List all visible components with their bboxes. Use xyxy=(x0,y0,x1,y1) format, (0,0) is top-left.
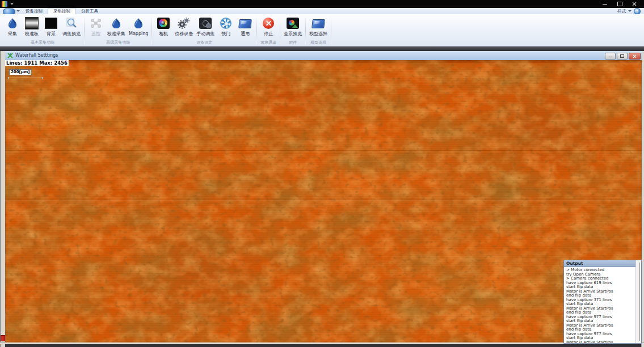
button-label: 校准板 xyxy=(25,31,39,36)
child-minimize-button[interactable] xyxy=(605,53,616,60)
tab-capture-control[interactable]: 采集控制 xyxy=(48,8,76,14)
titlebar-caret-icon[interactable] xyxy=(10,3,14,5)
panorama-preview-button[interactable]: 全景预览 xyxy=(282,15,304,37)
calibration-board-button[interactable]: 校准板 xyxy=(22,15,41,37)
mapping-button[interactable]: Mapping xyxy=(127,15,150,37)
button-label: 采集 xyxy=(8,31,17,36)
tab-analysis-tools[interactable]: 分析工具 xyxy=(76,8,103,14)
restore-button[interactable] xyxy=(612,0,627,8)
calibration-capture-button[interactable]: 校准采集 xyxy=(106,15,127,37)
child-restore-button[interactable] xyxy=(617,53,628,60)
waterfall-image-canvas[interactable]: Lines: 1911 Max: 2456 200[μm] xyxy=(5,60,642,342)
camera-lens-icon xyxy=(155,16,171,31)
button-label: 手动调焦 xyxy=(196,31,214,36)
output-panel: Output > Motor connectedtry Open Camera>… xyxy=(563,260,642,344)
close-button[interactable] xyxy=(627,0,642,8)
camera-button[interactable]: 相机 xyxy=(154,15,173,37)
ribbon-group-basic-capture: 采集 校准板 背景 调焦预览 基本采集功能 xyxy=(2,14,83,46)
output-scrollbar[interactable] xyxy=(635,260,641,343)
waterfall-window-titlebar[interactable]: WaterFall Setttings xyxy=(5,51,642,61)
style-menu[interactable]: 样式 xyxy=(617,9,626,14)
app-menu-caret-icon xyxy=(16,10,20,12)
stop-icon xyxy=(260,16,276,31)
stitch-seam xyxy=(5,150,642,151)
waterfall-window-title: WaterFall Setttings xyxy=(15,51,58,60)
scanline-overlay xyxy=(5,60,642,342)
tab-device-control[interactable]: 设备控制 xyxy=(20,8,48,14)
group-separator xyxy=(280,16,280,44)
background-button[interactable]: 背景 xyxy=(41,15,61,37)
button-label: 通用 xyxy=(241,31,250,36)
output-line: Motor is Arrive StartPos xyxy=(566,341,634,344)
ribbon-group-label: 模型选择 xyxy=(310,40,326,45)
gears-icon xyxy=(176,16,192,31)
button-label: 模型选择 xyxy=(309,31,327,36)
model-monitor-icon xyxy=(310,16,326,31)
minimize-icon xyxy=(609,57,612,57)
stitch-seam xyxy=(5,200,642,200)
waterfall-icon xyxy=(108,16,124,31)
capture-button[interactable]: 采集 xyxy=(3,15,22,37)
stage-device-button[interactable]: 位移设备 xyxy=(173,15,195,37)
scroll-position-marker xyxy=(1,335,5,341)
group-separator xyxy=(305,16,306,44)
app-titlebar[interactable] xyxy=(0,0,644,8)
help-button[interactable]: ? xyxy=(634,8,641,15)
minimize-button[interactable] xyxy=(597,0,612,8)
ribbon-group-advanced-capture: 遥控 校准采集 Mapping 高级采集功能 xyxy=(85,14,151,46)
waterfall-icon xyxy=(5,16,20,31)
close-icon xyxy=(633,54,637,58)
app-icon xyxy=(2,1,7,7)
application-window: 设备控制 采集控制 分析工具 样式 ? 采集 校准板 xyxy=(0,0,644,347)
remote-control-button[interactable]: 遥控 xyxy=(86,15,106,37)
model-select-button[interactable]: 模型选择 xyxy=(308,15,329,37)
shutter-icon xyxy=(218,16,234,31)
lines-info-label: Lines: 1911 Max: 2456 xyxy=(5,60,69,66)
group-separator xyxy=(331,16,331,44)
button-label: 相机 xyxy=(159,31,168,36)
child-close-button[interactable] xyxy=(629,53,641,60)
button-label: Mapping xyxy=(129,31,148,36)
focus-preview-button[interactable]: 调焦预览 xyxy=(61,15,82,37)
focus-icon xyxy=(197,16,213,31)
stop-button[interactable]: 停止 xyxy=(259,15,278,37)
waterfall-icon xyxy=(131,16,146,31)
black-board-icon xyxy=(43,16,59,31)
manual-focus-button[interactable]: 手动调焦 xyxy=(195,15,216,37)
ribbon-group-accessories: 全景预览 附件 xyxy=(281,14,305,46)
ribbon-group-label: 附件 xyxy=(289,40,297,45)
group-separator xyxy=(151,16,152,44)
ribbon-group-device-settings: 相机 位移设备 手动调焦 快门 通用 xyxy=(153,14,256,46)
scalebar-line xyxy=(8,78,43,78)
shutter-button[interactable]: 快门 xyxy=(216,15,235,37)
ribbon-group-label: 紧急退出 xyxy=(260,40,276,45)
button-label: 校准采集 xyxy=(107,31,125,36)
window-left-border xyxy=(0,51,5,347)
button-label: 遥控 xyxy=(91,31,100,36)
output-log: > Motor connectedtry Open Camera> Camera… xyxy=(564,267,641,343)
restore-icon xyxy=(617,2,622,6)
button-label: 位移设备 xyxy=(175,31,193,36)
mdi-area: WaterFall Setttings xyxy=(0,51,644,347)
panorama-icon xyxy=(285,16,301,31)
close-icon xyxy=(632,2,637,6)
scrollbar-thumb xyxy=(639,263,640,341)
group-separator xyxy=(256,16,257,44)
restore-icon xyxy=(620,54,624,58)
waterfall-window-icon xyxy=(7,53,13,58)
ribbon-group-label: 基本采集功能 xyxy=(31,40,54,45)
ribbon-bottom-strip xyxy=(0,46,644,51)
group-separator xyxy=(84,16,85,44)
ribbon-group-model-select: 模型选择 模型选择 xyxy=(306,14,330,46)
general-button[interactable]: 通用 xyxy=(235,15,255,37)
ribbon-group-label: 设备设定 xyxy=(196,40,212,45)
ribbon: 采集 校准板 背景 调焦预览 基本采集功能 xyxy=(0,14,644,46)
output-panel-header: Output xyxy=(564,260,641,267)
ribbon-group-emergency-exit: 停止 紧急退出 xyxy=(258,14,279,46)
button-label: 背景 xyxy=(47,31,56,36)
style-menu-caret-icon xyxy=(628,10,632,12)
magnifier-icon xyxy=(64,16,79,31)
gradient-board-icon xyxy=(24,16,40,31)
button-label: 全景预览 xyxy=(284,31,302,36)
button-label: 调焦预览 xyxy=(62,31,81,36)
